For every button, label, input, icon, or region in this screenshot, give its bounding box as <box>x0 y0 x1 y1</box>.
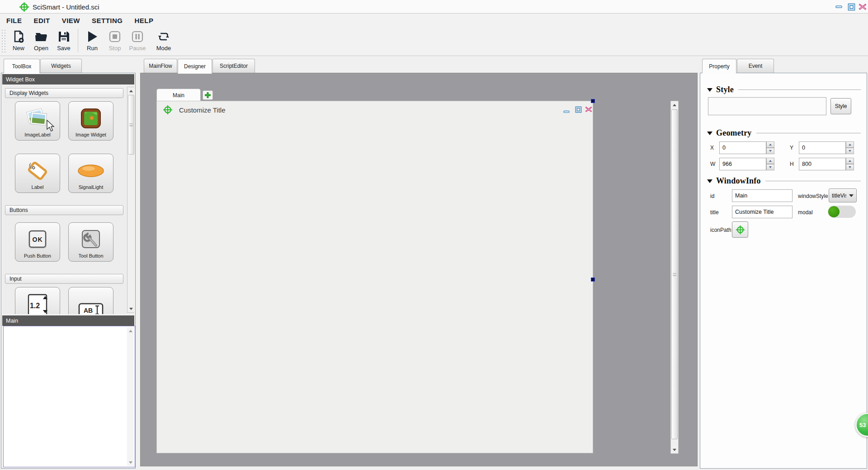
main-tree-list[interactable] <box>3 326 135 467</box>
canvas-scrollbar-thumb[interactable] <box>671 109 678 439</box>
widget-card-signallight[interactable]: SignalLight <box>68 154 113 193</box>
designed-window[interactable]: Customize Title <box>156 101 593 453</box>
page-tab-main[interactable]: Main <box>156 89 201 101</box>
tab-scripteditor[interactable]: ScriptEditor <box>212 59 255 73</box>
add-page-plus-icon <box>204 92 211 99</box>
toolbar-grip-handle[interactable] <box>1 29 6 54</box>
save-button[interactable]: Save <box>52 27 75 54</box>
label-tag-icon <box>15 159 60 183</box>
minimize-button[interactable] <box>834 2 844 11</box>
id-label: id <box>710 193 714 199</box>
title-input[interactable] <box>732 206 793 218</box>
style-button[interactable]: Style <box>830 98 851 114</box>
id-input[interactable] <box>732 189 793 202</box>
menu-view[interactable]: VIEW <box>62 17 80 24</box>
pause-icon <box>131 30 144 43</box>
designed-window-titlebar[interactable]: Customize Title <box>157 101 593 118</box>
tab-mainflow[interactable]: MainFlow <box>144 59 177 73</box>
mouse-cursor-icon <box>46 120 56 132</box>
mode-icon <box>157 30 170 43</box>
windowinfo-collapse-icon <box>707 179 712 183</box>
y-label: Y <box>790 145 793 151</box>
windowinfo-section-header[interactable]: WindowInfo <box>707 176 861 186</box>
widget-card-toolbutton[interactable]: Tool Button <box>68 222 113 262</box>
title-label: title <box>710 209 719 216</box>
menu-setting[interactable]: SETTING <box>92 17 123 24</box>
tree-scrollbar[interactable] <box>127 327 134 466</box>
tab-widgets[interactable]: Widgets <box>40 59 82 73</box>
main-tree-header: Main <box>2 315 134 326</box>
spinbox-icon: 1.2 <box>15 292 60 314</box>
tab-event[interactable]: Event <box>737 59 774 73</box>
menu-bar: FILE EDIT VIEW SETTING HELP <box>0 14 868 27</box>
tab-designer[interactable]: Designer <box>178 59 212 73</box>
designer-canvas[interactable]: Main Customize Title <box>140 73 698 466</box>
w-input[interactable] <box>719 158 766 170</box>
widget-card-spinbox[interactable]: 1.2 <box>15 287 60 314</box>
section-input[interactable]: Input <box>5 274 123 284</box>
menu-file[interactable]: FILE <box>6 17 22 24</box>
run-button[interactable]: Run <box>81 27 104 54</box>
designed-window-close-icon[interactable] <box>584 105 594 114</box>
widgetbox-scrollbar-up-icon[interactable] <box>127 87 134 94</box>
tab-property[interactable]: Property <box>702 59 736 73</box>
section-display-widgets[interactable]: Display Widgets <box>5 88 123 98</box>
tree-scrollbar-down-icon[interactable] <box>127 459 134 466</box>
widget-card-label[interactable]: Label <box>15 154 60 193</box>
widgetbox-scrollbar-down-icon[interactable] <box>127 305 134 312</box>
y-spinner[interactable] <box>846 141 854 154</box>
open-button[interactable]: Open <box>30 27 52 54</box>
app-window: SciSmart - Untitled.sci FILE EDIT VIEW S… <box>0 0 868 470</box>
windowstyle-dropdown[interactable]: titleVisia <box>829 188 857 202</box>
style-input[interactable] <box>708 97 826 115</box>
menu-help[interactable]: HELP <box>135 17 154 24</box>
widget-card-imagelabel[interactable]: ImageLabel <box>15 101 60 141</box>
menu-edit[interactable]: EDIT <box>34 17 50 24</box>
tab-toolbox[interactable]: ToolBox <box>4 59 40 73</box>
run-icon <box>86 30 99 43</box>
modal-toggle[interactable] <box>828 206 856 218</box>
widget-card-pushbutton[interactable]: OK Push Button <box>15 222 60 262</box>
y-input[interactable] <box>799 141 846 154</box>
widgetbox-scrollbar[interactable] <box>127 87 134 313</box>
widget-card-imagewidget[interactable]: Image Widget <box>68 101 113 141</box>
style-section-header[interactable]: Style <box>707 85 861 94</box>
stop-button[interactable]: Stop <box>104 27 126 54</box>
maximize-button[interactable] <box>846 2 856 11</box>
pause-button[interactable]: Pause <box>126 27 149 54</box>
section-buttons[interactable]: Buttons <box>5 205 123 215</box>
push-button-icon: OK <box>15 227 60 252</box>
widget-card-lineedit[interactable]: AB <box>68 287 113 314</box>
canvas-scrollbar-down-icon[interactable] <box>671 446 678 453</box>
add-page-button[interactable] <box>203 90 213 100</box>
mode-button[interactable]: Mode <box>152 27 175 54</box>
widgetbox-scrollbar-thumb[interactable] <box>128 95 134 155</box>
w-label: W <box>710 161 715 167</box>
app-logo-crosshair-icon <box>19 2 29 12</box>
x-spinner[interactable] <box>766 141 774 154</box>
x-input[interactable] <box>719 141 766 154</box>
designed-window-maximize-icon[interactable] <box>573 105 583 114</box>
designed-window-minimize-icon[interactable] <box>561 107 571 116</box>
canvas-scrollbar-up-icon[interactable] <box>671 101 678 108</box>
iconpath-button[interactable] <box>732 221 748 238</box>
modal-label: modal <box>798 209 813 216</box>
h-spinner[interactable] <box>846 158 854 170</box>
tree-scrollbar-up-icon[interactable] <box>127 327 134 334</box>
geometry-section-header[interactable]: Geometry <box>707 128 861 138</box>
style-collapse-icon <box>707 88 712 92</box>
windowstyle-label: windowStyle <box>798 193 828 199</box>
image-widget-icon <box>69 106 113 131</box>
selection-handle-right[interactable] <box>591 277 595 282</box>
new-file-icon <box>12 30 25 43</box>
new-button[interactable]: New <box>7 27 30 54</box>
close-button[interactable] <box>858 2 868 11</box>
widget-box-scroll-area: Display Widgets ImageLabel <box>2 85 134 314</box>
h-input[interactable] <box>799 158 846 170</box>
w-spinner[interactable] <box>766 158 774 170</box>
canvas-scrollbar[interactable] <box>670 101 679 454</box>
selection-handle-top-right[interactable] <box>591 99 595 103</box>
stop-icon <box>108 30 121 43</box>
iconpath-label: iconPath <box>710 227 731 233</box>
toolbar: New Open Save Run Stop <box>0 27 868 56</box>
